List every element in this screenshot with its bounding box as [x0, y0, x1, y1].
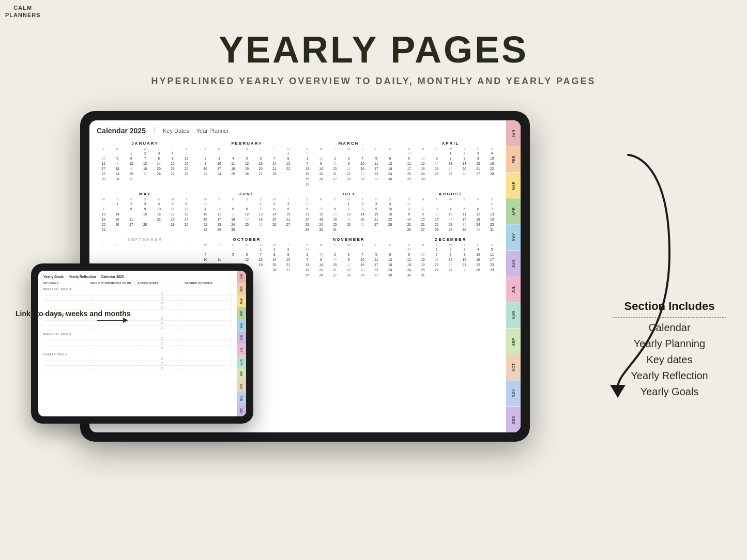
small-month-tab-may[interactable]: MAY [237, 319, 246, 332]
section-divider [613, 317, 726, 318]
month-tab-apr[interactable]: APR [506, 198, 521, 224]
goal-row [43, 321, 232, 325]
month-tab-nov[interactable]: NOV [506, 380, 521, 406]
goals-tab[interactable]: Yearly Goals [43, 275, 64, 278]
logo-line2: PLANNERS [5, 12, 41, 18]
month-august: AUGUST SMTWTFS 3112 323456789 3310111213… [402, 192, 499, 232]
month-tab-jul[interactable]: JUL [506, 276, 521, 302]
month-november: NOVEMBER SMTWTFS 441 452345678 469101112… [300, 237, 397, 277]
section-includes-title: Section Includes [613, 300, 726, 313]
section-item-key-dates: Key dates [613, 354, 726, 366]
month-february: FEBRUARY SMTWTFS 1 2345678 9101112131415… [199, 141, 295, 186]
small-month-tab-apr[interactable]: APR [237, 307, 246, 320]
month-tab-sep[interactable]: SEP [506, 329, 521, 354]
goal-row [43, 357, 232, 361]
annotation-arrow-icon [97, 315, 128, 325]
goal-row [43, 292, 232, 296]
small-tablet: Yearly Goals Yearly Reflection Calendar … [31, 263, 253, 424]
small-month-tab-aug[interactable]: AUG [237, 356, 246, 368]
small-month-tab-jul[interactable]: JUL [237, 344, 246, 356]
goal-row [43, 301, 232, 305]
small-month-tab-mar[interactable]: MAR [237, 295, 246, 307]
goal-row [43, 341, 232, 346]
svg-marker-1 [123, 318, 128, 323]
goal-row [43, 366, 232, 370]
month-december: DECEMBER SMTWTFS 49123456 5078910111213 … [402, 237, 499, 277]
page-title: YEARLY PAGES [0, 28, 747, 71]
goals-columns-header: MY GOALS WHY IS IT IMPORTANT TO ME ACTIO… [43, 282, 232, 286]
calendar-header: Calendar 2025 Key Dates Year Planner [97, 127, 499, 135]
month-april: APRIL SMTWTFS 1412345 156789101112 16131… [402, 141, 499, 186]
month-may: MAY WTFSSMT 1234567 891011121314 1516171… [97, 192, 193, 232]
logo-line1: CALM [13, 5, 32, 11]
goal-row [43, 337, 232, 341]
month-tab-aug[interactable]: AUG [506, 302, 521, 328]
small-month-tab-dec[interactable]: DEC [237, 405, 246, 417]
small-month-tab-nov[interactable]: NOV [237, 392, 246, 405]
page-subtitle: HYPERLINKED YEARLY OVERVIEW TO DAILY, MO… [0, 76, 747, 87]
month-tabs[interactable]: JANFEBMARAPRMAYJUNJULAUGSEPOCTNOVDEC [506, 120, 521, 432]
small-month-tab-sep[interactable]: SEP [237, 368, 246, 380]
calendar-links[interactable]: Key Dates Year Planner [163, 128, 229, 134]
goals-content: Yearly Goals Yearly Reflection Calendar … [38, 271, 237, 416]
month-tab-feb[interactable]: FEB [506, 146, 521, 172]
section-item-calendar: Calendar [613, 322, 726, 334]
personal-goals-section: PERSONAL GOALS [43, 288, 232, 310]
logo: CALM PLANNERS [5, 4, 41, 19]
month-tab-may[interactable]: MAY [506, 224, 521, 250]
goal-row [43, 346, 232, 350]
calendar-tab[interactable]: Calendar 2025 [101, 275, 124, 278]
goal-row [43, 362, 232, 366]
goal-row [43, 297, 232, 301]
small-month-tabs[interactable]: JANFEBMARAPRMAYJUNJULAUGSEPOCTNOVDEC [237, 271, 246, 416]
section-item-yearly-reflection: Yearly Reflection [613, 370, 726, 382]
goal-row [43, 326, 232, 330]
month-tab-oct[interactable]: OCT [506, 354, 521, 380]
section-item-yearly-goals: Yearly Goals [613, 386, 726, 398]
month-tab-mar[interactable]: MAR [506, 173, 521, 198]
small-month-tab-jun[interactable]: JUN [237, 332, 246, 344]
small-month-tab-oct[interactable]: OCT [237, 380, 246, 393]
month-march: MARCH SMTWTFS 91 102345678 1191011121314… [300, 141, 397, 186]
section-item-yearly-planning: Yearly Planning [613, 338, 726, 350]
month-january: JANUARY SMTWTFS 12345 26567891011 312131… [97, 141, 193, 186]
months-grid: JANUARY SMTWTFS 12345 26567891011 312131… [97, 141, 499, 277]
section-includes: Section Includes Calendar Yearly Plannin… [613, 300, 726, 402]
year-planner-link[interactable]: Year Planner [196, 128, 229, 134]
month-july: JULY SMTWTFS 2712345 286789101112 291314… [300, 192, 397, 232]
reflection-tab[interactable]: Yearly Reflection [69, 275, 96, 278]
month-tab-jan[interactable]: JAN [506, 120, 521, 146]
month-tab-jun[interactable]: JUN [506, 251, 521, 276]
goals-header-tabs[interactable]: Yearly Goals Yearly Reflection Calendar … [43, 275, 232, 278]
small-month-tab-jan[interactable]: JAN [237, 271, 246, 283]
key-dates-link[interactable]: Key Dates [163, 128, 189, 134]
small-month-tab-feb[interactable]: FEB [237, 283, 246, 295]
financial-goals-section: FINANCIAL GOALS [43, 333, 232, 350]
calendar-title: Calendar 2025 [97, 127, 146, 135]
career-goals-section: CAREER GOALS [43, 353, 232, 370]
month-tab-dec[interactable]: DEC [506, 407, 521, 432]
month-june: JUNE WTFSSMT 291234 30567891011 31121314… [199, 192, 295, 232]
